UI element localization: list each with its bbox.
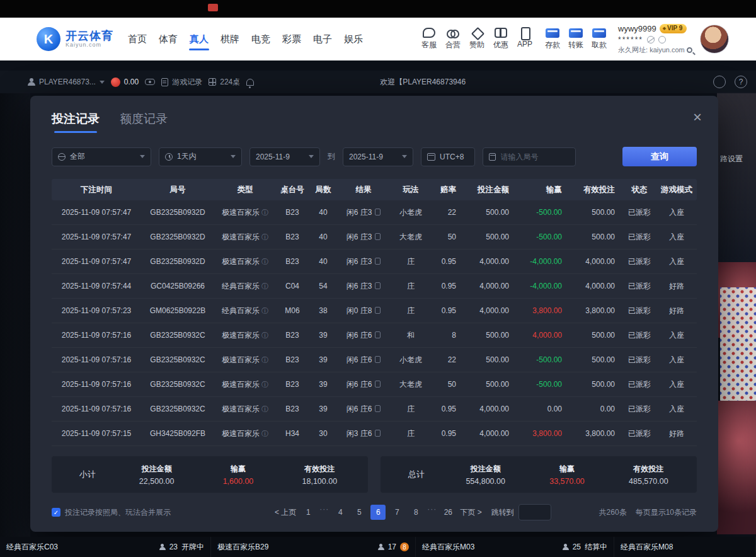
- info-icon[interactable]: ⓘ: [261, 282, 268, 291]
- info-icon[interactable]: ⓘ: [261, 233, 268, 242]
- cell-odds: 0.95: [432, 306, 464, 315]
- info-icon[interactable]: ⓘ: [261, 331, 268, 340]
- cards-icon[interactable]: [375, 307, 381, 314]
- wallet-取款[interactable]: 取款: [592, 28, 607, 50]
- info-icon[interactable]: ⓘ: [261, 208, 268, 217]
- game-record-link[interactable]: 游戏记录: [161, 77, 202, 88]
- type-select[interactable]: 全部: [52, 147, 151, 166]
- avatar[interactable]: [700, 25, 729, 54]
- page-7[interactable]: 7: [389, 505, 404, 520]
- game-record-label: 游戏记录: [172, 77, 202, 88]
- nav-item-棋牌[interactable]: 棋牌: [220, 30, 240, 49]
- quick-客服[interactable]: 客服: [421, 28, 437, 50]
- eye-icon[interactable]: [145, 79, 155, 85]
- nav-item-电竞[interactable]: 电竞: [251, 30, 271, 49]
- round-search-input[interactable]: [500, 152, 570, 161]
- time-range-select[interactable]: 1天内: [159, 147, 242, 166]
- wallet-actions: 存款转账取款: [545, 28, 607, 50]
- nav-item-娱乐[interactable]: 娱乐: [343, 30, 364, 49]
- page-8[interactable]: 8: [408, 505, 423, 520]
- nav-item-首页[interactable]: 首页: [127, 30, 147, 49]
- next-page-button[interactable]: 下页 >: [460, 507, 481, 518]
- info-icon[interactable]: ⓘ: [261, 380, 268, 389]
- cards-icon[interactable]: [375, 282, 381, 289]
- nav-item-电子[interactable]: 电子: [312, 30, 333, 49]
- quick-label: 合营: [445, 40, 461, 50]
- quick-优惠[interactable]: 优惠: [493, 28, 508, 50]
- transfer-icon: [569, 28, 583, 38]
- cell-type: 经典百家乐ⓘ: [214, 306, 276, 316]
- bottom-table-item[interactable]: 极速百家乐B29178: [211, 537, 416, 557]
- page-5[interactable]: 5: [352, 505, 367, 520]
- cards-icon[interactable]: [375, 331, 381, 338]
- info-icon[interactable]: ⓘ: [261, 257, 268, 267]
- info-icon[interactable]: ⓘ: [261, 405, 268, 414]
- magnifier-icon[interactable]: [687, 47, 692, 53]
- deposit-icon: [546, 28, 559, 38]
- close-icon[interactable]: ×: [693, 110, 702, 125]
- valid-label: 有效投注: [633, 464, 663, 474]
- wallet-转账[interactable]: 转账: [568, 28, 583, 50]
- info-icon[interactable]: ⓘ: [261, 355, 268, 365]
- cell-type: 经典百家乐ⓘ: [214, 281, 276, 292]
- subtotal-panel: 小计 投注金额 22,500.00 输赢 1,600.00 有效投注 18,10…: [52, 456, 368, 493]
- nav-item-彩票[interactable]: 彩票: [282, 30, 302, 49]
- cards-icon[interactable]: [375, 405, 381, 412]
- page-6[interactable]: 6: [370, 505, 386, 520]
- cell-round: GB2325B0932D: [141, 233, 214, 241]
- quick-合营[interactable]: 合营: [445, 28, 461, 50]
- table-status: 结算中: [585, 542, 607, 553]
- bottom-table-item[interactable]: 经典百家乐C0323开牌中: [0, 537, 211, 557]
- quick-赞助[interactable]: 赞助: [469, 28, 484, 50]
- welcome-marquee: 欢迎【PLAYER46873946: [380, 77, 466, 88]
- cell-winloss: 0.00: [517, 405, 570, 413]
- jump-page-input[interactable]: [518, 504, 551, 520]
- site-logo[interactable]: K 开云体育 Kaiyun.com: [37, 27, 113, 51]
- cards-icon[interactable]: [375, 381, 381, 388]
- query-button[interactable]: 查询: [622, 147, 697, 166]
- date-to-picker[interactable]: 2025-11-9: [343, 147, 413, 166]
- bottom-table-item[interactable]: 经典百家乐M0325结算中: [416, 537, 614, 557]
- cards-icon[interactable]: [375, 258, 381, 265]
- timezone-chip[interactable]: UTC+8: [421, 147, 475, 166]
- cards-icon[interactable]: [375, 233, 381, 240]
- eye-off-icon[interactable]: [647, 36, 655, 43]
- cell-bet: 4,000.00: [464, 306, 517, 315]
- road-settings-label[interactable]: 路设置: [720, 154, 743, 164]
- cell-valid: 4,000.00: [570, 282, 622, 290]
- bottom-table-item[interactable]: 经典百家乐M08: [614, 537, 756, 557]
- cell-odds: 22: [432, 355, 464, 364]
- merge-checkbox[interactable]: ✓: [52, 508, 60, 517]
- cell-play: 小老虎: [389, 355, 432, 365]
- bottom-table-name: 经典百家乐M08: [621, 542, 673, 553]
- cell-play: 和: [389, 330, 432, 341]
- seat-count: 17: [388, 543, 396, 551]
- page-26[interactable]: 26: [440, 505, 455, 520]
- bottom-table-meta: 178: [378, 543, 409, 551]
- page-1[interactable]: 1: [301, 505, 316, 520]
- page-4[interactable]: 4: [333, 505, 348, 520]
- tab-额度记录[interactable]: 额度记录: [120, 111, 168, 133]
- bell-icon[interactable]: [246, 79, 254, 86]
- date-from-picker[interactable]: 2025-11-9: [249, 147, 320, 166]
- refresh-icon[interactable]: [658, 36, 666, 43]
- col-header-5: 结果: [338, 185, 389, 195]
- nav-item-真人[interactable]: 真人: [189, 30, 209, 49]
- table-count-link[interactable]: 224桌: [209, 77, 240, 88]
- nav-item-体育[interactable]: 体育: [158, 30, 178, 49]
- cards-icon[interactable]: [375, 430, 381, 437]
- quick-APP[interactable]: APP: [517, 28, 532, 50]
- tab-投注记录[interactable]: 投注记录: [52, 111, 100, 133]
- info-icon[interactable]: ⓘ: [261, 306, 268, 316]
- camera-icon[interactable]: [713, 76, 726, 88]
- info-icon[interactable]: ⓘ: [261, 429, 268, 439]
- cards-icon[interactable]: [375, 356, 381, 363]
- wallet-存款[interactable]: 存款: [545, 28, 560, 50]
- balance-group[interactable]: 0.00: [111, 78, 139, 87]
- prev-page-button[interactable]: < 上页: [275, 507, 296, 518]
- cell-table: B23: [276, 208, 309, 217]
- help-icon[interactable]: ?: [735, 76, 747, 88]
- bet-records-modal: × 投注记录额度记录 全部 1天内 2025-11-9 到 2025-11-9: [30, 96, 718, 532]
- cards-icon[interactable]: [375, 209, 381, 215]
- player-id-group[interactable]: PLAYER46873...: [28, 78, 105, 86]
